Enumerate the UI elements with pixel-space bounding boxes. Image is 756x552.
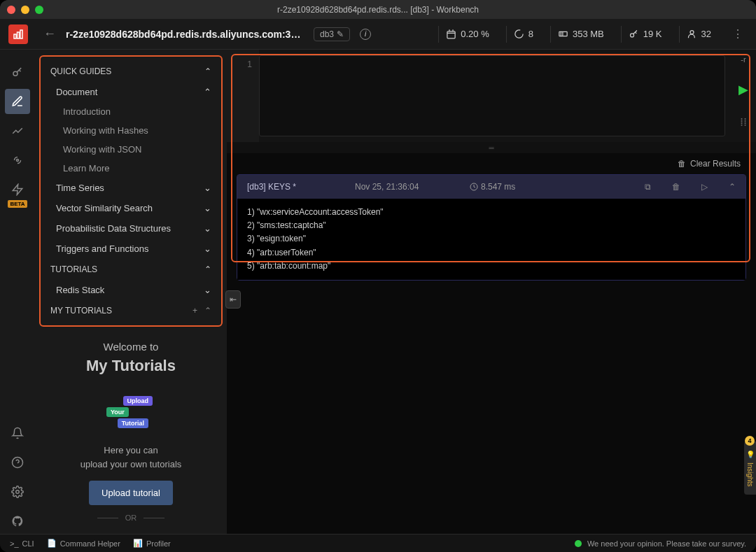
rail-key-icon[interactable] (5, 59, 30, 85)
chevron-up-icon: ⌃ (204, 306, 211, 316)
result-timestamp: Nov 25, 21:36:04 (355, 182, 453, 192)
editor-gutter: 1 (227, 50, 259, 142)
stat-users: 32 (679, 26, 718, 43)
footer-profiler[interactable]: 📊 Profiler (133, 539, 171, 548)
svg-marker-10 (13, 185, 22, 195)
or-divider: OR (125, 514, 137, 522)
section-label: MY TUTORIALS (50, 306, 112, 316)
tree-item[interactable]: Time Series⌄ (43, 178, 218, 198)
copy-icon[interactable]: ⧉ (645, 182, 651, 192)
rail-analytics-icon[interactable] (5, 118, 30, 143)
chevron-up-icon: ⌃ (204, 264, 211, 274)
close-window-icon[interactable] (7, 6, 15, 14)
chevron-down-icon: ⌄ (204, 243, 211, 254)
rerun-icon[interactable]: ▷ (701, 182, 708, 192)
run-button[interactable]: ▶ (738, 71, 748, 108)
rail-settings-icon[interactable] (5, 479, 30, 504)
grip-icon[interactable]: ⁞⁞ (740, 115, 747, 129)
minimize-window-icon[interactable] (21, 6, 29, 14)
rail-github-icon[interactable] (5, 509, 30, 534)
svg-rect-2 (20, 30, 22, 38)
tree-sub-item[interactable]: Working with JSON (43, 140, 218, 159)
welcome-title: My Tutorials (46, 357, 216, 375)
edit-icon[interactable]: ✎ (337, 29, 344, 39)
db-selector[interactable]: db3 ✎ (314, 27, 350, 41)
chevron-down-icon: ⌄ (204, 203, 211, 213)
section-tutorials[interactable]: TUTORIALS ⌃ (43, 259, 218, 280)
beta-badge: BETA (8, 200, 27, 208)
chevron-down-icon: ⌄ (204, 285, 211, 295)
rail-workbench-icon[interactable] (5, 89, 30, 114)
welcome-text: Here you can (46, 444, 216, 458)
resize-handle[interactable]: ═ (227, 142, 756, 153)
info-icon[interactable]: i (360, 29, 371, 40)
footer-command-helper[interactable]: 📄 Command Helper (47, 539, 120, 548)
welcome-pre: Welcome to (46, 341, 216, 353)
svg-rect-0 (14, 34, 16, 38)
section-label: QUICK GUIDES (50, 66, 111, 76)
section-quick-guides[interactable]: QUICK GUIDES ⌃ (43, 61, 218, 82)
tree-sub-item[interactable]: Working with Hashes (43, 121, 218, 140)
tree-document[interactable]: Document ⌃ (43, 82, 218, 102)
query-editor[interactable] (259, 55, 725, 136)
chevron-up-icon: ⌃ (204, 66, 211, 76)
insights-count: 4 (745, 436, 755, 446)
editor-mode-label[interactable]: -r (741, 55, 746, 64)
insights-tab[interactable]: 4 💡 Insights (744, 441, 756, 495)
window-controls[interactable] (7, 6, 43, 14)
more-icon[interactable]: ⋮ (728, 27, 748, 41)
svg-rect-1 (18, 32, 20, 38)
survey-link[interactable]: We need your opinion. Please take our su… (587, 539, 746, 548)
chevron-down-icon: ⌄ (204, 223, 211, 234)
svg-point-9 (17, 160, 19, 162)
section-label: TUTORIALS (50, 264, 97, 274)
tree-item[interactable]: Probabilistic Data Structures⌄ (43, 218, 218, 239)
svg-point-12 (16, 490, 20, 494)
window-title: r-2ze10928d628bd64pd.redis.rds... [db3] … (277, 5, 479, 15)
welcome-illustration: Upload Your Tutorial (106, 396, 155, 428)
stat-keys: 19 K (621, 26, 669, 43)
rail-triggers-icon[interactable]: BETA (5, 177, 30, 202)
db-label: db3 (320, 29, 334, 39)
result-command: [db3] KEYS * (247, 182, 338, 192)
upload-tutorial-button[interactable]: Upload tutorial (89, 481, 173, 505)
svg-point-7 (690, 31, 694, 34)
stat-connections: 8 (506, 26, 540, 43)
collapse-sidebar-button[interactable]: ⇤ (225, 290, 241, 309)
survey-indicator-icon (575, 540, 582, 547)
host-label: r-2ze10928d628bd64pd.redis.rds.aliyuncs.… (66, 29, 304, 40)
clear-results-button[interactable]: Clear Results (690, 159, 741, 169)
app-logo[interactable] (8, 24, 28, 44)
chevron-down-icon: ⌄ (204, 183, 211, 193)
rail-help-icon[interactable] (5, 450, 30, 475)
tree-sub-item[interactable]: Learn More (43, 159, 218, 178)
tree-redis-stack[interactable]: Redis Stack⌄ (43, 280, 218, 300)
welcome-text: upload your own tutorials (46, 458, 216, 472)
plus-icon[interactable]: + (192, 306, 197, 316)
back-arrow-icon[interactable]: ← (43, 27, 56, 41)
delete-result-icon[interactable]: 🗑 (672, 182, 680, 192)
rail-pubsub-icon[interactable] (5, 148, 30, 173)
chevron-up-icon: ⌃ (204, 87, 211, 97)
collapse-result-icon[interactable]: ⌃ (729, 182, 736, 192)
rail-notifications-icon[interactable] (5, 420, 30, 446)
stat-memory: 353 MB (550, 26, 611, 43)
maximize-window-icon[interactable] (35, 6, 43, 14)
result-output: 1) "wx:serviceAccount:accessToken" 2) "s… (237, 199, 746, 280)
section-my-tutorials[interactable]: MY TUTORIALS +⌃ (43, 300, 218, 321)
tree-item[interactable]: Triggers and Functions⌄ (43, 239, 218, 259)
tree-item[interactable]: Vector Similarity Search⌄ (43, 198, 218, 218)
stat-cpu: 0.20 % (438, 26, 496, 43)
footer-cli[interactable]: >_ CLI (10, 539, 34, 548)
tree-sub-item[interactable]: Introduction (43, 102, 218, 121)
trash-icon[interactable]: 🗑 (678, 159, 686, 169)
result-duration: 8.547 ms (470, 182, 628, 192)
